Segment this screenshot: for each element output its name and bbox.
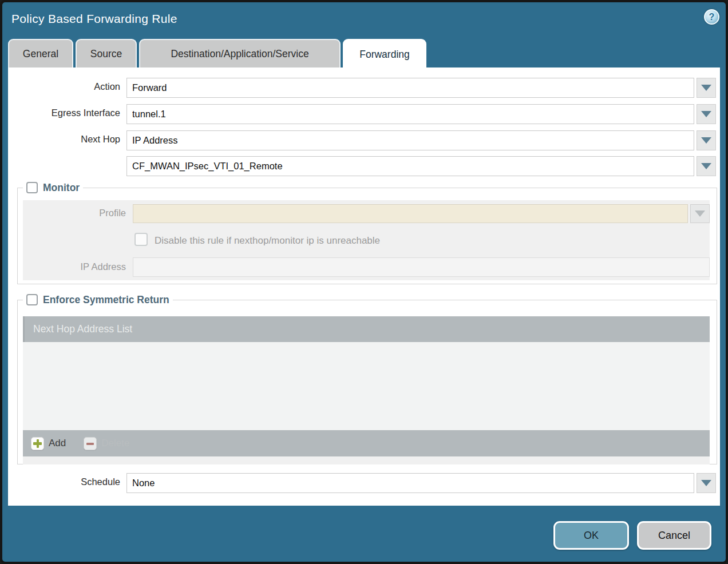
tab-general[interactable]: General [8,39,73,67]
chevron-down-icon [701,480,711,486]
schedule-input[interactable] [126,473,694,493]
action-dropdown-button[interactable] [697,78,716,98]
action-label: Action [8,81,120,92]
egress-interface-label: Egress Interface [8,108,120,118]
minus-icon [84,437,97,450]
table-header-row: Next Hop Address List [23,316,710,342]
monitor-legend-label: Monitor [43,182,80,194]
add-button[interactable]: Add [31,437,66,450]
monitor-checkbox[interactable] [26,182,38,193]
dialog-title: Policy Based Forwarding Rule [11,12,177,26]
next-hop-type-dropdown-button[interactable] [697,130,716,150]
forwarding-panel: Action Egress Interface Next Hop Monitor… [8,67,720,506]
policy-based-forwarding-dialog: Policy Based Forwarding Rule ? General S… [0,0,728,564]
tab-forwarding[interactable]: Forwarding [343,39,426,69]
profile-input [133,204,688,223]
enforce-symmetric-return-checkbox[interactable] [26,294,38,305]
egress-interface-input[interactable] [126,104,694,124]
table-toolbar: Add Delete [23,430,710,456]
symmetric-return-legend-label: Enforce Symmetric Return [43,294,169,306]
chevron-down-icon [701,137,711,144]
next-hop-label: Next Hop [8,134,120,145]
chevron-down-icon [695,210,705,217]
disable-rule-checkbox [134,233,148,246]
plus-icon [31,437,44,450]
disable-rule-label: Disable this rule if nexthop/monitor ip … [155,235,380,247]
next-hop-address-dropdown-button[interactable] [697,156,716,176]
next-hop-address-table: Next Hop Address List Add Delete [23,316,710,464]
schedule-label: Schedule [8,476,120,487]
schedule-dropdown-button[interactable] [697,473,716,493]
chevron-down-icon [701,111,711,117]
symmetric-return-legend: Enforce Symmetric Return [23,292,173,307]
tab-destination-application-service[interactable]: Destination/Application/Service [139,39,341,67]
egress-interface-dropdown-button[interactable] [697,104,716,124]
monitor-ip-address-input [133,257,710,277]
monitor-legend: Monitor [23,180,83,195]
profile-dropdown-button [690,204,710,223]
table-body-empty [23,342,710,430]
action-input[interactable] [126,78,694,98]
chevron-down-icon [701,85,711,91]
next-hop-address-input[interactable] [126,156,694,176]
next-hop-address-list-column-header: Next Hop Address List [33,323,132,335]
help-icon[interactable]: ? [704,9,719,25]
delete-button: Delete [84,437,129,450]
tab-source[interactable]: Source [76,39,137,67]
ok-button[interactable]: OK [553,521,629,550]
delete-button-label: Delete [101,438,129,449]
chevron-down-icon [701,163,711,169]
next-hop-type-input[interactable] [126,130,694,150]
add-button-label: Add [49,438,66,449]
tab-bar: General Source Destination/Application/S… [8,39,426,67]
monitor-ip-address-label: IP Address [14,261,126,272]
profile-label: Profile [14,208,126,219]
cancel-button[interactable]: Cancel [637,521,711,550]
question-mark-glyph: ? [709,12,715,22]
